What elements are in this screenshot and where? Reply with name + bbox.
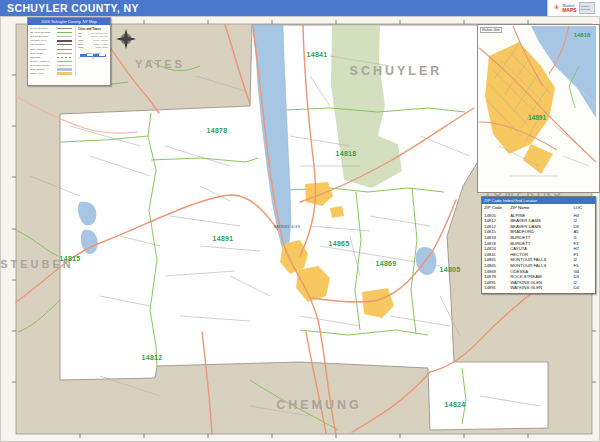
zip-label-14865: 14865 [329,240,350,247]
zip-table-col-name: ZIP Name [510,205,573,211]
legend-item: Water Bodies [30,67,75,71]
marketmaps-logo: ✳ Market MAPS Custom Mapping [547,0,600,16]
logo-star-icon: ✳ [553,4,560,12]
inset-title: Watkins Glen [480,27,502,33]
logo-word-maps: MAPS [562,8,576,12]
legend-item: Urban Areas [30,72,75,76]
lake-city-label: WATKINS GLEN [273,225,300,229]
legend-scale-bar: Scale in Miles 0 2 4 [78,52,108,60]
legend-city-rows: City Over 100,000 pop City 25,000 - 100,… [78,31,108,49]
page-title: SCHUYLER COUNTY, NY [7,2,139,14]
map-page: { "header": { "title": "SCHUYLER COUNTY,… [0,0,600,442]
legend-box: 2016 Schuyler County, NY Map County Boun… [27,17,111,86]
zip-label-14891: 14891 [213,235,234,242]
inset-zip-label-14818: 14818 [574,32,591,38]
logo-side-box: Custom Mapping [579,2,595,14]
zip-table-title: ZIP Code Index/Grid Locator [482,197,595,204]
zip-label-14841: 14841 [307,51,328,58]
logo-side-line2: Mapping [581,8,594,11]
county-label-schuyler: SCHUYLER [350,64,443,78]
inset-map-canvas: 14818 14891 [479,26,596,188]
legend-title: 2016 Schuyler County, NY Map [28,18,110,25]
zip-table-col-loc: LOC [573,205,593,211]
inset-zip-label-14891: 14891 [528,114,546,121]
zip-label-14818: 14818 [336,150,357,157]
inset-map-watkins-glen: Watkins Glen 14818 14891 [478,25,599,192]
zip-label-14878: 14878 [207,127,228,134]
legend-city-row: Place Under 2,500 [78,45,108,49]
zip-label-14805: 14805 [440,266,461,273]
legend-cities-header: Cities and Towns [78,27,108,31]
title-bar: SCHUYLER COUNTY, NY [0,0,600,16]
zip-label-14824: 14824 [445,401,466,408]
zip-label-14815: 14815 [60,255,81,262]
zip-label-14869: 14869 [376,260,397,267]
zip-index-table: ZIP Code Index/Grid Locator ZIP Code ZIP… [481,196,596,294]
zip-table-col-code: ZIP Code [484,205,510,211]
legend-line-items: County Boundary ZIP Code Boundary Census… [30,27,75,76]
county-label-yates: YATES [135,58,185,70]
zip-label-14812: 14812 [142,354,163,361]
zip-table-rows: 14805 ALPINE H4 14812 BEAVER DAMS I2 148… [482,213,595,293]
county-label-chemung: CHEMUNG [276,398,362,412]
